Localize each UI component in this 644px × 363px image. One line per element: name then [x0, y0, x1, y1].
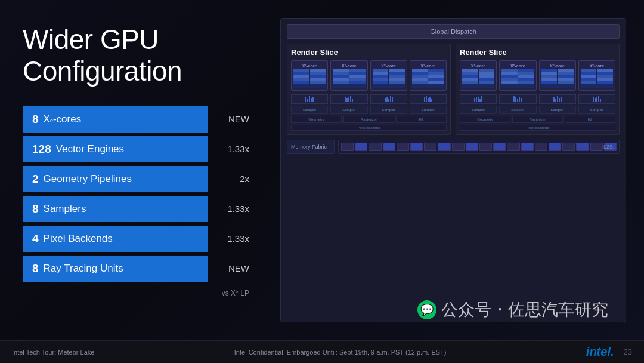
render-slice-1: Render Slice Xe-core Xe-core — [287, 44, 451, 135]
threading-1-4 — [410, 94, 447, 104]
spec-text-geometry-pipelines: Geometry Pipelines — [44, 173, 132, 185]
l2s-label: L2S — [603, 144, 613, 150]
spec-row-ray-tracing-units: 8 Ray Tracing Units NEW — [23, 256, 249, 282]
left-panel: Wider GPU Configuration 8 Xe-cores NEW 1… — [23, 24, 279, 297]
footer-left-text: Intel Tech Tour: Meteor Lake — [12, 349, 94, 356]
sampler-row-2: Sampler Sampler Sampler Sampler — [460, 106, 615, 114]
spec-row-samplers: 8 Samplers 1.33x — [23, 196, 249, 222]
spec-row-xe-cores: 8 Xe-cores NEW — [23, 106, 249, 133]
sampler-block-2-1: Sampler — [460, 106, 497, 114]
memory-section: Memory Fabric L2S — [287, 140, 620, 154]
xe-core-2-3: Xe-core — [539, 60, 576, 91]
spec-badge-geometry-pipelines: 2x — [208, 174, 249, 184]
threading-2-4 — [578, 94, 615, 104]
spec-badge-pixel-backends: 1.33x — [208, 233, 249, 244]
spec-num-pixel-backends: 4 — [32, 232, 39, 245]
xe-core-2-4: Xe-core — [578, 60, 615, 91]
vs-label: vs Xᵉ LP — [23, 289, 249, 297]
render-slice-1-title: Render Slice — [291, 48, 447, 57]
sampler-block-1-2: Sampler — [330, 106, 367, 114]
sampler-row-1: Sampler Sampler Sampler Sampler — [291, 106, 447, 114]
spec-badge-vector-engines: 1.33x — [208, 144, 249, 154]
gpu-diagram: Global Dispatch Render Slice Xe-core — [280, 18, 626, 322]
global-dispatch-label: Global Dispatch — [287, 24, 620, 39]
spec-badge-xe-cores: NEW — [208, 114, 249, 124]
xe-cores-grid-2: Xe-core Xe-core — [460, 60, 615, 91]
threading-1-3 — [370, 94, 407, 104]
intel-logo: intel. — [586, 345, 614, 359]
threading-2-2 — [499, 94, 536, 104]
pixel-backend-1: Pixel Backend — [291, 125, 447, 131]
spec-label-ray-tracing-units: 8 Ray Tracing Units — [23, 256, 208, 282]
spec-label-xe-cores: 8 Xe-cores — [23, 106, 208, 133]
hz-block-1: HZ — [396, 116, 447, 123]
spec-num-vector-engines: 128 — [32, 143, 51, 156]
spec-label-geometry-pipelines: 2 Geometry Pipelines — [23, 166, 208, 192]
threading-1-2 — [330, 94, 367, 104]
bottom-row-2: Geometry Rasterizer HZ — [460, 116, 615, 123]
spec-badge-samplers: 1.33x — [208, 204, 249, 214]
sampler-block-2-4: Sampler — [578, 106, 615, 114]
spec-text-ray-tracing-units: Ray Tracing Units — [44, 263, 123, 275]
sampler-block-1-4: Sampler — [410, 106, 447, 114]
render-slice-2: Render Slice Xe-core Xe-core — [456, 44, 620, 135]
render-slice-2-title: Render Slice — [460, 48, 615, 57]
memory-grid: L2S — [338, 140, 620, 154]
spec-badge-ray-tracing-units: NEW — [208, 263, 249, 273]
spec-num-samplers: 8 — [32, 202, 39, 216]
spec-text-vector-engines: Vector Engines — [56, 143, 124, 155]
xe-core-1-2: Xe-core — [330, 60, 367, 91]
xe-core-1-4: Xe-core — [410, 60, 447, 91]
rasterizer-block-2: Rasterizer — [512, 116, 563, 123]
geometry-block-2: Geometry — [460, 116, 510, 123]
footer-center-text: Intel Confidential–Embargoed Until: Sept… — [234, 349, 447, 356]
threading-2-1 — [460, 94, 497, 104]
render-slices-container: Render Slice Xe-core Xe-core — [287, 44, 620, 135]
spec-label-pixel-backends: 4 Pixel Backends — [23, 226, 208, 252]
xe-core-1-3: Xe-core — [370, 60, 407, 91]
specs-list: 8 Xe-cores NEW 128 Vector Engines 1.33x … — [23, 106, 249, 297]
xe-core-2-2: Xe-core — [499, 60, 536, 91]
threading-row-1 — [291, 94, 447, 104]
threading-1-1 — [291, 94, 328, 104]
title-line2: Configuration — [23, 56, 182, 87]
spec-num-xe-cores: 8 — [32, 113, 39, 126]
rasterizer-block-1: Rasterizer — [343, 116, 394, 123]
threading-row-2 — [460, 94, 615, 104]
spec-label-samplers: 8 Samplers — [23, 196, 208, 222]
hz-block-2: HZ — [565, 116, 615, 123]
pixel-backend-2: Pixel Backend — [460, 125, 615, 131]
memory-fabric-label: Memory Fabric — [287, 140, 335, 154]
threading-2-3 — [539, 94, 576, 104]
spec-row-vector-engines: 128 Vector Engines 1.33x — [23, 136, 249, 162]
spec-text-pixel-backends: Pixel Backends — [44, 233, 113, 245]
xe-core-1-1: Xe-core — [291, 60, 328, 91]
xe-cores-grid-1: Xe-core Xe-core — [291, 60, 447, 91]
sampler-block-2-2: Sampler — [499, 106, 536, 114]
geometry-block-1: Geometry — [291, 116, 342, 123]
spec-row-geometry-pipelines: 2 Geometry Pipelines 2x — [23, 166, 249, 192]
spec-num-ray-tracing-units: 8 — [32, 262, 39, 275]
bottom-row-1: Geometry Rasterizer HZ — [291, 116, 447, 123]
footer-right: intel. 23 — [586, 345, 632, 359]
footer: Intel Tech Tour: Meteor Lake Intel Confi… — [0, 340, 644, 363]
sampler-block-1-1: Sampler — [291, 106, 328, 114]
sampler-block-2-3: Sampler — [539, 106, 576, 114]
title-line1: Wider GPU — [23, 24, 159, 55]
spec-row-pixel-backends: 4 Pixel Backends 1.33x — [23, 226, 249, 252]
spec-num-geometry-pipelines: 2 — [32, 173, 39, 186]
xe-core-2-1: Xe-core — [460, 60, 497, 91]
page-title: Wider GPU Configuration — [23, 24, 279, 87]
spec-label-vector-engines: 128 Vector Engines — [23, 136, 208, 162]
spec-text-samplers: Samplers — [44, 203, 86, 215]
sampler-block-1-3: Sampler — [370, 106, 407, 114]
page-number: 23 — [624, 347, 632, 356]
